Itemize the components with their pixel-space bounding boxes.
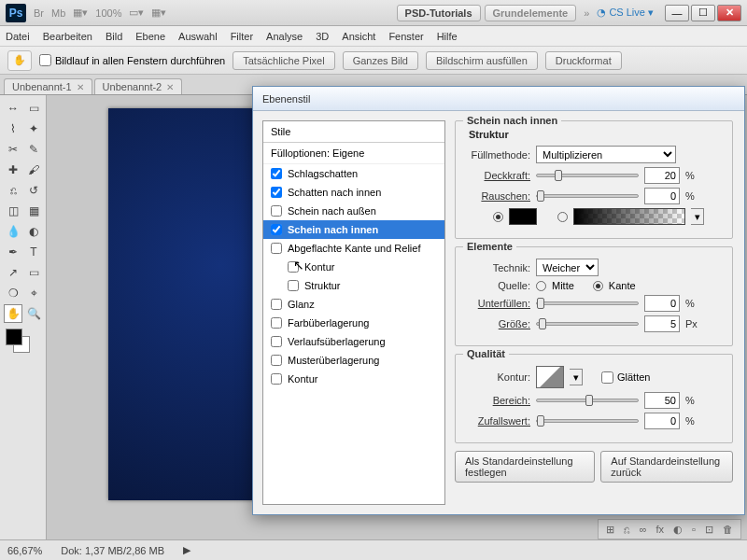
extras-icon[interactable]: ▦▾ (151, 7, 166, 19)
lasso-tool-icon[interactable]: ⌇ (4, 119, 22, 138)
cslive-button[interactable]: ◔ CS Live ▾ (597, 7, 654, 19)
bereich-slider[interactable] (536, 399, 639, 402)
marquee-tool-icon[interactable]: ▭ (24, 99, 43, 118)
history-tool-icon[interactable]: ↺ (24, 181, 43, 200)
dodge-tool-icon[interactable]: ◐ (24, 222, 43, 241)
crop-tool-icon[interactable]: ✂ (4, 140, 22, 159)
fx-glanz[interactable]: Glanz (263, 295, 444, 314)
zoom-tool-icon[interactable]: 🔍 (24, 304, 43, 323)
close-icon[interactable]: ✕ (77, 82, 84, 92)
zoom-level[interactable]: 100% (95, 7, 121, 19)
3d-tool-icon[interactable]: ❍ (4, 284, 22, 302)
color-swatch[interactable] (4, 329, 43, 357)
rauschen-slider[interactable] (536, 194, 639, 198)
zufall-label[interactable]: Zufallswert: (465, 415, 530, 427)
eraser-tool-icon[interactable]: ◫ (4, 202, 22, 220)
print-size-button[interactable]: Druckformat (545, 51, 622, 70)
fit-screen-button[interactable]: Ganzes Bild (343, 51, 418, 70)
brush-tool-icon[interactable]: 🖌 (24, 161, 43, 179)
zufall-input[interactable] (644, 413, 680, 429)
make-default-button[interactable]: Als Standardeinstellung festlegen (455, 451, 595, 483)
menu-ansicht[interactable]: Ansicht (342, 31, 375, 42)
fx-schein-innen[interactable]: Schein nach innen (263, 220, 444, 239)
workspace-more-icon[interactable]: » (584, 7, 589, 19)
deckkraft-input[interactable] (644, 167, 680, 184)
status-arrow-icon[interactable]: ▶ (183, 544, 190, 556)
shape-tool-icon[interactable]: ▭ (24, 263, 43, 282)
type-tool-icon[interactable]: T (24, 243, 43, 261)
deckkraft-label[interactable]: Deckkraft: (465, 170, 530, 181)
window-maximize-icon[interactable]: ☐ (691, 5, 715, 21)
menu-datei[interactable]: Datei (6, 31, 30, 42)
kante-label[interactable]: Kante (609, 280, 636, 291)
menu-ebene[interactable]: Ebene (135, 31, 165, 42)
fill-screen-button[interactable]: Bildschirm ausfüllen (426, 51, 538, 70)
unterfuellen-input[interactable] (644, 295, 680, 312)
fx-kontur[interactable]: Kontur (263, 370, 444, 388)
styles-header[interactable]: Stile (263, 121, 444, 143)
mitte-label[interactable]: Mitte (552, 280, 574, 291)
hand-tool-icon[interactable]: ✋ (4, 304, 22, 323)
unterfuellen-slider[interactable] (536, 301, 639, 305)
menu-3d[interactable]: 3D (316, 31, 329, 42)
workspace-grundelemente-button[interactable]: Grundelemente (485, 5, 577, 21)
fx-struktur-sub[interactable]: Struktur (263, 276, 444, 295)
gradient-radio[interactable] (557, 212, 568, 222)
color-swatch[interactable] (509, 208, 537, 225)
rauschen-label[interactable]: Rauschen: (465, 190, 530, 202)
close-icon[interactable]: ✕ (166, 82, 174, 92)
scroll-all-checkbox[interactable]: Bildlauf in allen Fenstern durchführen (39, 54, 225, 66)
dock-icon[interactable]: fx (656, 524, 665, 535)
eyedropper-tool-icon[interactable]: ✎ (24, 140, 43, 159)
groesse-label[interactable]: Größe: (465, 318, 530, 329)
actual-pixels-button[interactable]: Tatsächliche Pixel (233, 51, 334, 70)
move-tool-icon[interactable]: ↔ (4, 99, 22, 118)
wand-tool-icon[interactable]: ✦ (24, 119, 43, 138)
dock-icon[interactable]: ⊞ (606, 524, 614, 536)
window-close-icon[interactable]: ✕ (717, 5, 741, 21)
bereich-input[interactable] (644, 392, 680, 409)
fx-abgeflacht[interactable]: Abgeflachte Kante und Relief (263, 239, 444, 258)
stamp-tool-icon[interactable]: ⎌ (4, 181, 22, 200)
fx-farbueberlagerung[interactable]: Farbüberlagerung (263, 314, 444, 332)
minibridge-icon[interactable]: Mb (51, 7, 65, 19)
unterfuellen-label[interactable]: Unterfüllen: (465, 298, 530, 309)
menu-filter[interactable]: Filter (231, 31, 253, 42)
rauschen-input[interactable] (644, 188, 680, 204)
dock-icon[interactable]: ▫ (692, 524, 696, 535)
window-minimize-icon[interactable]: — (665, 5, 689, 21)
deckkraft-slider[interactable] (536, 174, 639, 177)
contour-dropdown-icon[interactable]: ▾ (570, 369, 583, 385)
fg-color[interactable] (6, 329, 22, 345)
groesse-slider[interactable] (536, 322, 639, 326)
heal-tool-icon[interactable]: ✚ (4, 161, 22, 179)
workspace-tutorials-button[interactable]: PSD-Tutorials (397, 5, 481, 21)
dock-icon[interactable]: 🗑 (723, 524, 733, 535)
quelle-mitte-radio[interactable] (536, 281, 546, 291)
fx-schatten-innen[interactable]: Schatten nach innen (263, 183, 444, 202)
dialog-title[interactable]: Ebenenstil (253, 87, 744, 111)
gradient-tool-icon[interactable]: ▦ (24, 202, 43, 220)
dock-icon[interactable]: ∞ (640, 524, 647, 535)
camera-tool-icon[interactable]: ⌖ (24, 284, 43, 302)
gradient-dropdown-icon[interactable]: ▾ (691, 208, 704, 225)
groesse-input[interactable] (644, 315, 680, 332)
doc-tab-2[interactable]: Unbenannt-2✕ (94, 78, 183, 94)
arrange-icon[interactable]: ▦▾ (73, 7, 88, 19)
menu-fenster[interactable]: Fenster (388, 31, 423, 42)
status-doc[interactable]: Dok: 1,37 MB/2,86 MB (61, 545, 164, 556)
fx-musterueberlagerung[interactable]: Musterüberlagerung (263, 351, 444, 370)
technik-select[interactable]: Weicher (536, 259, 599, 276)
fuellmethode-select[interactable]: Multiplizieren (536, 146, 676, 163)
fx-schlagschatten[interactable]: Schlagschatten (263, 164, 444, 183)
screenmode-icon[interactable]: ▭▾ (129, 7, 144, 19)
dock-icon[interactable]: ⊡ (705, 524, 713, 536)
dock-icon[interactable]: ◐ (673, 524, 683, 536)
dock-icon[interactable]: ⎌ (624, 524, 630, 535)
bridge-icon[interactable]: Br (34, 7, 44, 19)
color-radio[interactable] (493, 212, 503, 222)
hand-tool-icon[interactable]: ✋ (7, 50, 32, 71)
fx-kontur-sub[interactable]: Kontur (263, 258, 444, 276)
fx-verlaufsueberlagerung[interactable]: Verlaufsüberlagerung (263, 332, 444, 351)
pen-tool-icon[interactable]: ✒ (4, 243, 22, 261)
